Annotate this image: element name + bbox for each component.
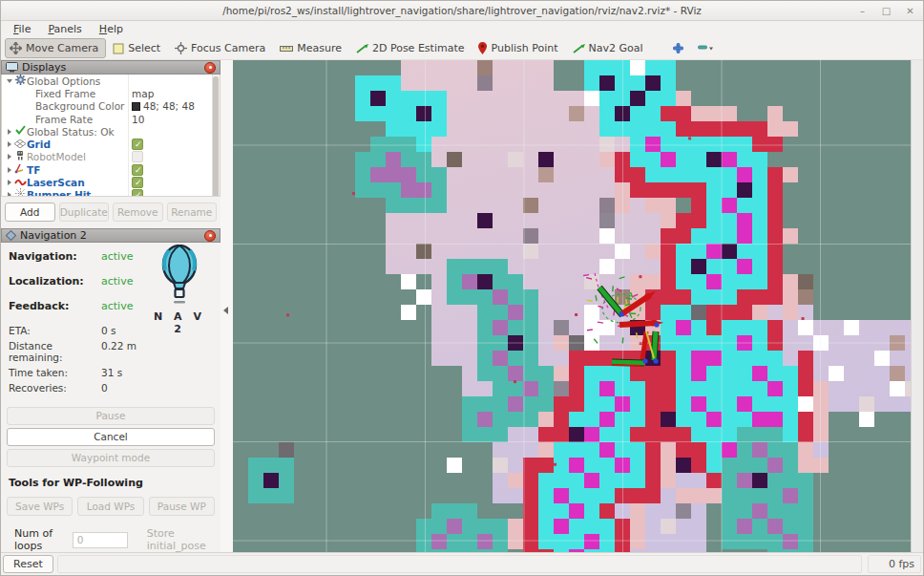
statusbar: Reset 0 fps [1, 552, 923, 575]
panel-splitter[interactable] [220, 60, 233, 552]
display-checkbox[interactable] [132, 151, 143, 162]
collapse-arrow-icon[interactable] [8, 192, 11, 197]
toolbar: Move CameraSelectFocus CameraMeasure2D P… [1, 37, 923, 60]
waypoint-mode-button[interactable]: Waypoint mode [7, 449, 215, 467]
goal-arrow-icon [573, 43, 585, 53]
display-row-tf[interactable]: TF [2, 163, 220, 176]
wp-section-title: Tools for WP-Following [9, 477, 215, 489]
statusbar-message-area [57, 555, 862, 573]
display-row-frame-rate[interactable]: Frame Rate10 [2, 113, 220, 125]
nav2-buttons: PauseCancelWaypoint mode [1, 397, 220, 467]
num-loops-label: Num of loops [14, 527, 67, 552]
nav2-logo-text: N A V 2 [150, 310, 209, 335]
tool-2d-pose-estimate[interactable]: 2D Pose Estimate [351, 38, 472, 58]
nav2-content: Navigation:activeLocalization:activeFeed… [1, 243, 220, 397]
displays-buttons: AddDuplicateRemoveRename [1, 197, 220, 228]
pause-wp-button[interactable]: Pause WP [149, 497, 215, 516]
store-initial-pose-button[interactable]: Store initial_pose [147, 527, 215, 552]
robot-icon [15, 150, 25, 163]
collapse-arrow-icon[interactable] [8, 154, 11, 160]
tool-plus[interactable] [668, 38, 691, 58]
tf-icon [14, 163, 26, 177]
fps-counter: 0 fps [868, 555, 921, 573]
tool-publish-point[interactable]: Publish Point [473, 38, 565, 58]
minus-icon [698, 44, 713, 53]
display-row-background-color[interactable]: Background Color48; 48; 48 [2, 100, 220, 113]
displays-close-icon[interactable] [204, 62, 216, 74]
metric-value: 0 s [101, 325, 116, 336]
collapse-left-icon[interactable] [223, 307, 228, 314]
cancel-button[interactable]: Cancel [7, 428, 215, 446]
display-row-laserscan[interactable]: LaserScan [2, 176, 220, 188]
display-row-fixed-frame[interactable]: Fixed Framemap [2, 87, 220, 99]
reset-button[interactable]: Reset [3, 555, 53, 573]
load-wps-button[interactable]: Load WPs [77, 497, 143, 516]
check-icon [15, 125, 26, 138]
minimize-icon[interactable]: – [857, 6, 868, 16]
focus-icon [175, 42, 187, 54]
collapse-arrow-icon[interactable] [8, 141, 11, 147]
tool-measure[interactable]: Measure [275, 38, 349, 58]
display-checkbox[interactable] [132, 164, 143, 176]
pin-icon [478, 42, 487, 54]
tool-move-camera[interactable]: Move Camera [5, 38, 106, 58]
gear-icon [15, 75, 26, 88]
remove-button[interactable]: Remove [113, 203, 163, 222]
menu-help[interactable]: Help [93, 22, 130, 36]
rviz-window: /home/pi/ros2_ws/install/lightrover_navi… [0, 0, 924, 576]
expand-arrow-icon[interactable] [7, 79, 12, 83]
nav2-metric-row: Recoveries:0 [9, 382, 213, 394]
nav2-metric-row: Distance remaining:0.22 m [9, 340, 213, 363]
nav2-panel-icon [6, 230, 16, 241]
menu-file[interactable]: File [7, 22, 37, 36]
select-icon [113, 43, 124, 54]
nav2-panel-title: Navigation 2 [20, 229, 200, 242]
menu-panels[interactable]: Panels [41, 22, 88, 36]
duplicate-button[interactable]: Duplicate [59, 203, 110, 222]
save-wps-button[interactable]: Save WPs [7, 497, 73, 516]
display-row-global-options[interactable]: Global Options [2, 75, 220, 87]
maximize-icon[interactable]: □ [881, 6, 892, 16]
display-row-grid[interactable]: Grid [2, 138, 220, 150]
color-swatch [132, 102, 140, 111]
close-icon[interactable]: ✕ [905, 6, 915, 16]
property-value[interactable]: 10 [132, 114, 144, 125]
display-row-robotmodel[interactable]: RobotModel [2, 151, 220, 163]
metric-value: 0 [101, 382, 108, 394]
collapse-arrow-icon[interactable] [8, 129, 11, 135]
display-row-bumper-hit[interactable]: Bumper Hit [2, 189, 220, 197]
left-panel: Displays Global OptionsFixed FramemapBac… [1, 60, 220, 552]
costmap-canvas[interactable] [233, 60, 911, 552]
metric-value: 0.22 m [101, 340, 136, 363]
displays-panel-header[interactable]: Displays [1, 60, 220, 75]
monitor-icon [6, 62, 18, 73]
display-checkbox[interactable] [132, 139, 143, 150]
pause-button[interactable]: Pause [7, 407, 215, 425]
display-checkbox[interactable] [132, 189, 143, 197]
3d-viewport[interactable] [233, 60, 911, 552]
right-collapsed-panel[interactable] [911, 60, 923, 552]
rename-button[interactable]: Rename [167, 203, 218, 222]
collapse-arrow-icon[interactable] [8, 180, 11, 185]
tool-minus[interactable] [693, 38, 721, 58]
property-value[interactable]: map [132, 88, 154, 99]
nav2-logo: N A V 2 [150, 245, 209, 335]
collapse-arrow-icon[interactable] [8, 167, 11, 173]
laser-icon [14, 177, 27, 189]
metric-value: 31 s [101, 367, 122, 378]
property-value[interactable]: 48; 48; 48 [132, 100, 195, 112]
nav2-close-icon[interactable] [204, 230, 216, 242]
display-checkbox[interactable] [132, 177, 143, 188]
tool-select[interactable]: Select [108, 38, 168, 58]
measure-icon [280, 45, 293, 53]
status-value: active [101, 250, 133, 263]
grid-icon [14, 139, 26, 151]
tool-nav2-goal[interactable]: Nav2 Goal [568, 38, 651, 58]
status-value: active [101, 275, 133, 288]
num-loops-input[interactable] [73, 532, 128, 548]
nav2-panel-header[interactable]: Navigation 2 [1, 228, 220, 243]
add-button[interactable]: Add [5, 203, 55, 222]
tool-focus-camera[interactable]: Focus Camera [170, 38, 273, 58]
display-row-global-status-ok[interactable]: Global Status: Ok [2, 125, 220, 138]
menubar: FilePanelsHelp [1, 21, 923, 37]
